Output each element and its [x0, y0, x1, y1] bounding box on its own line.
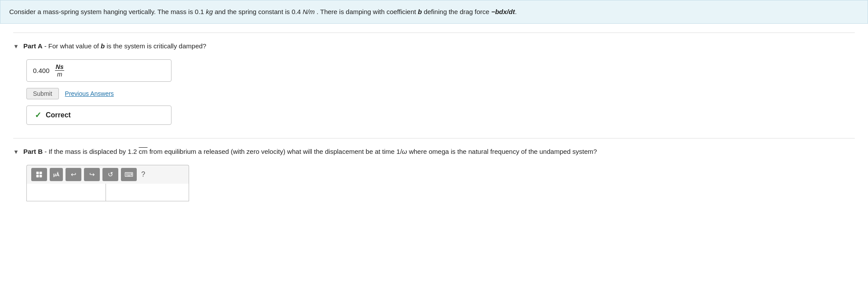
toolbar-help-button[interactable]: ?	[141, 171, 145, 178]
content-area: ▼ Part A - For what value of b is the sy…	[0, 24, 868, 223]
part-a-submit-button[interactable]: Submit	[26, 88, 59, 99]
part-b-editor-left-input[interactable]	[27, 184, 106, 201]
part-b-section: ▼ Part B - If the mass is displaced by 1…	[13, 138, 855, 201]
toolbar-reset-button[interactable]: ↺	[102, 168, 118, 181]
part-a-correct-label: Correct	[46, 111, 71, 119]
part-a-section: ▼ Part A - For what value of b is the sy…	[13, 33, 855, 125]
part-b-body: µÂ ↩ ↪ ↺ ⌨ ?	[26, 165, 855, 201]
part-b-chevron[interactable]: ▼	[13, 148, 19, 157]
part-b-editor-input-area[interactable]	[26, 184, 189, 201]
redo-icon: ↪	[89, 171, 95, 178]
toolbar-redo-button[interactable]: ↪	[84, 168, 100, 181]
part-b-label-text: Part B	[23, 148, 43, 155]
part-b-editor-right-input[interactable]	[106, 184, 189, 201]
svg-rect-2	[36, 175, 39, 178]
svg-rect-0	[36, 172, 39, 175]
part-a-correct-box: ✓ Correct	[26, 106, 171, 125]
reset-icon: ↺	[108, 171, 113, 178]
part-a-unit-numerator: Ns	[55, 63, 65, 71]
toolbar-keyboard-button[interactable]: ⌨	[121, 168, 137, 181]
part-a-header: ▼ Part A - For what value of b is the sy…	[13, 41, 855, 51]
part-a-submit-row: Submit Previous Answers	[26, 88, 855, 99]
toolbar-undo-button[interactable]: ↩	[66, 168, 81, 181]
part-a-label: Part A - For what value of b is the syst…	[23, 41, 206, 51]
problem-header: Consider a mass-spring system hanging ve…	[0, 0, 868, 24]
keyboard-icon: ⌨	[124, 171, 133, 178]
part-a-label-text: Part A	[23, 42, 43, 50]
part-a-prev-answers-link[interactable]: Previous Answers	[65, 90, 114, 97]
part-b-question: Part B - If the mass is displaced by 1.2…	[23, 146, 597, 157]
part-a-unit-fraction: Ns m	[55, 63, 65, 78]
part-b-editor-toolbar: µÂ ↩ ↪ ↺ ⌨ ?	[26, 165, 189, 184]
toolbar-matrix-button[interactable]	[31, 168, 47, 181]
part-a-answer-value: 0.400	[33, 67, 50, 74]
toolbar-font-button[interactable]: µÂ	[50, 168, 63, 181]
svg-rect-1	[40, 172, 42, 175]
checkmark-icon: ✓	[35, 110, 41, 120]
svg-rect-3	[40, 175, 42, 178]
part-a-body: 0.400 Ns m Submit Previous Answers ✓ Cor…	[26, 59, 855, 125]
part-a-answer-box: 0.400 Ns m	[26, 59, 171, 82]
part-a-chevron[interactable]: ▼	[13, 42, 19, 51]
matrix-icon	[36, 171, 43, 178]
font-icon-text: µÂ	[53, 172, 59, 177]
part-b-header: ▼ Part B - If the mass is displaced by 1…	[13, 146, 855, 157]
undo-icon: ↩	[71, 171, 77, 178]
part-a-unit-denominator: m	[56, 71, 63, 78]
part-a-dash: -	[44, 42, 48, 50]
